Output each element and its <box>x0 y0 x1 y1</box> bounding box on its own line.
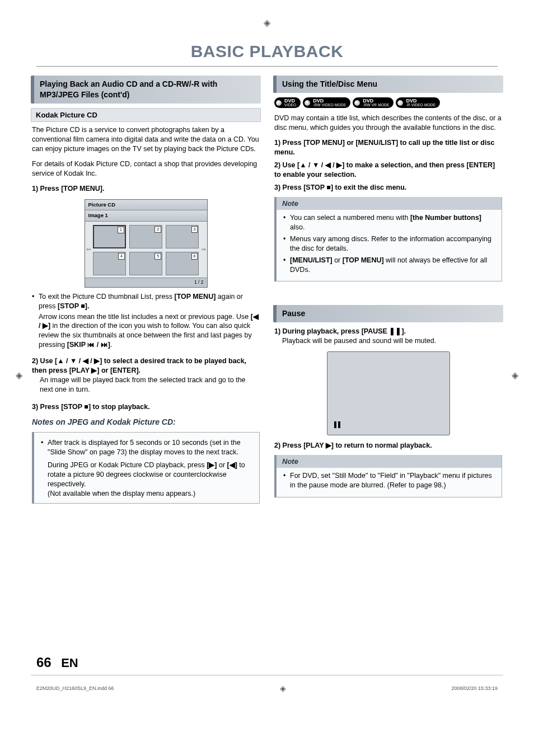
imprint-filename: E2M20UD_H2160SL9_EN.indd 66 <box>36 685 114 692</box>
jpeg-notes-box: • After track is displayed for 5 seconds… <box>32 432 260 503</box>
left-column: Playing Back an Audio CD and a CD-RW/-R … <box>31 76 261 508</box>
registration-mark-left: ◈ <box>16 369 22 382</box>
step-1-bullet-text: To exit the Picture CD thumbnail List, p… <box>39 292 260 350</box>
r-step-3: 3) Press [STOP ■] to exit the disc menu. <box>274 183 502 192</box>
r-step-1: 1) Press [TOP MENU] or [MENU/LIST] to ca… <box>274 138 502 157</box>
thumbnail-footer: 1 / 2 <box>85 278 207 287</box>
title-disc-intro: DVD may contain a title list, which desc… <box>274 114 502 133</box>
thumbnail-subtitle-bar: Image 1 <box>85 210 207 222</box>
step-1: 1) Press [TOP MENU]. <box>32 184 260 194</box>
thumbnail-window: Picture CD Image 1 ⇦ ⇨ 1 2 3 4 5 6 <box>85 199 208 288</box>
jpeg-notes-title: Notes on JPEG and Kodak Picture CD: <box>32 417 260 428</box>
bullet-dot-icon: • <box>283 213 290 232</box>
disc-type-badges: DVDVIDEO DVD-RW VIDEO MODE DVD-RW VR MOD… <box>274 97 502 109</box>
jpeg-note-2: During JPEG or Kodak Picture CD playback… <box>48 461 254 499</box>
pause-screen <box>327 351 450 435</box>
registration-mark-top: ◈ <box>31 17 503 29</box>
note-heading: Note <box>277 197 502 210</box>
thumbnail-cell-num: 4 <box>118 253 125 259</box>
thumbnail-title-bar: Picture CD <box>85 200 207 211</box>
imprint-row: E2M20UD_H2160SL9_EN.indd 66 ◈ 2008/02/20… <box>31 675 503 694</box>
disc-badge: DVD-R VIDEO MODE <box>396 97 440 109</box>
thumbnail-arrow-right-icon: ⇨ <box>202 246 206 254</box>
thumbnail-cell-num: 3 <box>191 226 198 232</box>
jpeg-note-1-text: After track is displayed for 5 seconds o… <box>48 438 252 457</box>
disc-badge: DVD-RW VIDEO MODE <box>303 97 350 109</box>
disc-badge: DVDVIDEO <box>274 97 301 109</box>
thumbnail-cell: 2 <box>129 225 162 248</box>
thumbnail-cell: 3 <box>166 225 199 248</box>
note-bullet-1: • You can select a numbered menu with [t… <box>283 213 495 232</box>
registration-mark-right: ◈ <box>512 369 518 382</box>
note-bullet-3: • [MENU/LIST] or [TOP MENU] will not alw… <box>283 256 495 275</box>
bullet-dot-icon: • <box>41 438 48 457</box>
pause-screen-figure <box>273 351 503 435</box>
imprint-timestamp: 2008/02/20 15:33:19 <box>451 685 498 692</box>
r-step-2: 2) Use [▲ / ▼ / ◀ / ▶] to make a selecti… <box>274 161 502 180</box>
subsection-kodak: Kodak Picture CD <box>31 108 261 123</box>
thumbnail-arrow-left-icon: ⇦ <box>86 246 91 254</box>
pause-note-box: Note • For DVD, set "Still Mode" to "Fie… <box>274 455 502 497</box>
thumbnail-grid: 1 2 3 4 5 6 <box>93 225 199 275</box>
page-lang: EN <box>61 656 78 670</box>
jpeg-note-2-paren: (Not available when the display menu app… <box>48 489 254 499</box>
bullet-dot-icon: • <box>32 292 39 350</box>
step-2-bold: Use [▲ / ▼ / ◀ / ▶] to select a desired … <box>32 357 246 374</box>
bullet-dot-icon: • <box>283 234 290 253</box>
pause-note-bullet: • For DVD, set "Still Mode" to "Field" i… <box>283 471 495 490</box>
jpeg-note-1: • After track is displayed for 5 seconds… <box>41 438 252 457</box>
pause-icon <box>334 421 341 428</box>
thumbnail-cell: 6 <box>166 252 199 275</box>
section-head-audio-cd: Playing Back an Audio CD and a CD-RW/-R … <box>31 76 261 104</box>
section-head-title-disc-menu: Using the Title/Disc Menu <box>273 76 503 93</box>
step-3-num: 3) <box>32 403 38 411</box>
section-head-pause: Pause <box>273 305 503 322</box>
pause-step-1: 1) During playback, press [PAUSE ❚❚]. Pl… <box>274 327 502 346</box>
step-3: 3) Press [STOP ■] to stop playback. <box>32 402 260 412</box>
note-heading: Note <box>277 455 502 468</box>
step-2-num: 2) <box>32 357 38 365</box>
step-3-text: Press [STOP ■] to stop playback. <box>40 403 150 411</box>
thumbnail-cell: 4 <box>93 252 126 275</box>
page-title: BASIC PLAYBACK <box>36 40 498 67</box>
bullet-dot-icon: • <box>283 471 290 490</box>
thumbnail-list-figure: Picture CD Image 1 ⇦ ⇨ 1 2 3 4 5 6 <box>31 199 261 288</box>
content-columns: Playing Back an Audio CD and a CD-RW/-R … <box>31 76 503 508</box>
page-root: ◈ ◈ ◈ BASIC PLAYBACK Playing Back an Aud… <box>0 0 534 716</box>
thumbnail-cell-num: 6 <box>191 253 198 259</box>
bullet-dot-icon: • <box>283 256 290 275</box>
right-column: Using the Title/Disc Menu DVDVIDEO DVD-R… <box>273 76 503 508</box>
disc-badge: DVD-RW VR MODE <box>353 97 394 109</box>
step-2-sub: An image will be played back from the se… <box>40 375 260 395</box>
kodak-intro-text: The Picture CD is a service to convert p… <box>32 125 260 154</box>
pause-step-2: 2) Press [PLAY ▶] to return to normal pl… <box>274 441 502 450</box>
step-1-text: Press [TOP MENU]. <box>40 185 105 192</box>
title-disc-note-box: Note • You can select a numbered menu wi… <box>274 197 502 282</box>
thumbnail-cell-num: 2 <box>154 226 161 232</box>
thumbnail-cell: 1 <box>93 225 126 248</box>
thumbnail-cell: 5 <box>129 252 162 275</box>
step-1-num: 1) <box>32 185 38 192</box>
note-bullet-2: • Menus vary among discs. Refer to the i… <box>283 234 495 253</box>
registration-mark-bottom: ◈ <box>280 683 286 694</box>
kodak-detail-text: For details of Kodak Picture CD, contact… <box>32 159 260 179</box>
thumbnail-body: ⇦ ⇨ 1 2 3 4 5 6 <box>85 222 207 278</box>
page-number: 66 <box>36 655 51 670</box>
page-footer: 66 EN <box>31 654 503 672</box>
thumbnail-cell-num: 5 <box>154 253 161 259</box>
pause-step-1-sub: Playback will be paused and sound will b… <box>282 336 502 346</box>
step-1-bullet: • To exit the Picture CD thumbnail List,… <box>32 292 260 350</box>
step-2: 2) Use [▲ / ▼ / ◀ / ▶] to select a desir… <box>32 356 260 395</box>
thumbnail-cell-num: 1 <box>118 227 124 233</box>
